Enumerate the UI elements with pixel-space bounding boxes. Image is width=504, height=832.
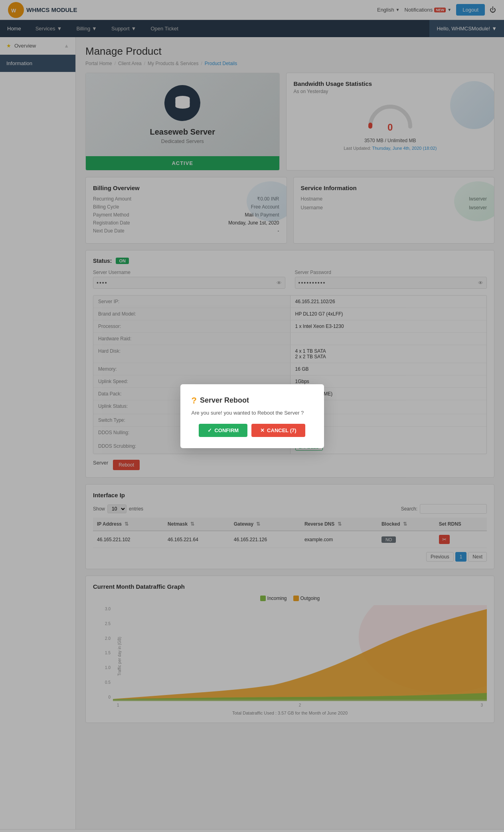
modal-actions: ✓ CONFIRM ✕ CANCEL (7) [192,424,313,437]
modal-body: Are you sure! you wanted to Reboot the S… [192,410,313,416]
check-icon: ✓ [208,427,212,433]
modal-confirm-button[interactable]: ✓ CONFIRM [199,424,247,437]
x-icon: ✕ [260,427,265,433]
modal-title: ? Server Reboot [192,395,313,406]
modal-cancel-button[interactable]: ✕ CANCEL (7) [251,424,305,437]
question-icon: ? [192,395,197,406]
modal-overlay: ? Server Reboot Are you sure! you wanted… [0,0,504,832]
modal: ? Server Reboot Are you sure! you wanted… [180,384,324,448]
